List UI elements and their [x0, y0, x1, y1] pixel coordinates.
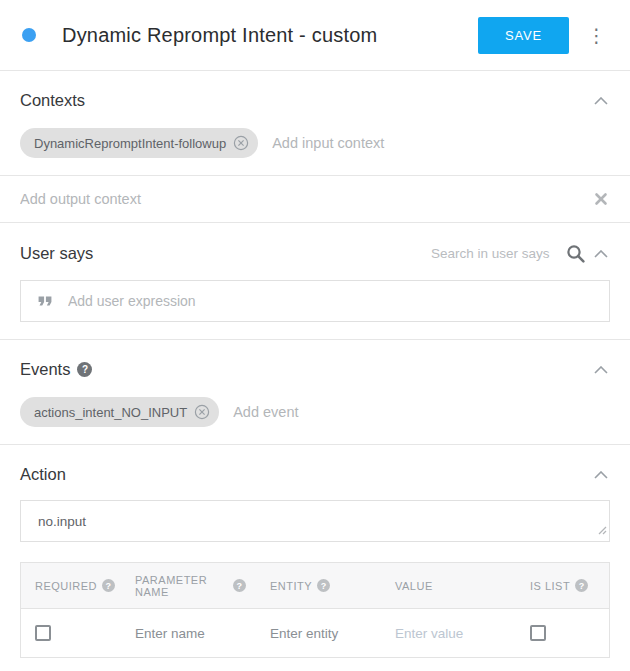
- quote-icon: [34, 290, 56, 312]
- help-icon[interactable]: ?: [317, 579, 330, 592]
- save-button[interactable]: SAVE: [478, 17, 569, 54]
- header: Dynamic Reprompt Intent - custom SAVE ⋮: [0, 0, 630, 70]
- remove-context-icon[interactable]: [233, 135, 249, 151]
- resize-handle-icon[interactable]: [597, 521, 607, 539]
- event-chip[interactable]: actions_intent_NO_INPUT: [20, 397, 219, 427]
- add-input-context-field[interactable]: [272, 135, 462, 151]
- events-section-header: Events ?: [20, 360, 610, 379]
- col-header-parameter-name: PARAMETER NAME: [135, 574, 228, 598]
- parameters-table: REQUIRED ? PARAMETER NAME ? ENTITY ? VAL…: [20, 562, 610, 658]
- divider: [0, 444, 630, 445]
- chevron-up-icon[interactable]: [592, 362, 610, 378]
- parameter-entity-input[interactable]: [270, 626, 371, 641]
- search-icon[interactable]: [565, 243, 586, 264]
- user-says-section-header: User says: [20, 243, 610, 264]
- required-checkbox[interactable]: [35, 625, 51, 641]
- user-says-search: [431, 243, 610, 264]
- action-input-box[interactable]: [20, 500, 610, 542]
- parameter-row: [21, 609, 609, 657]
- help-icon[interactable]: ?: [575, 579, 588, 592]
- remove-event-icon[interactable]: [194, 404, 210, 420]
- action-name-input[interactable]: [38, 514, 596, 529]
- intent-dot-icon: [22, 28, 36, 42]
- page-title: Dynamic Reprompt Intent - custom: [62, 24, 478, 47]
- is-list-checkbox[interactable]: [530, 625, 546, 641]
- contexts-section-header: Contexts: [20, 91, 610, 110]
- divider: [0, 339, 630, 340]
- divider: [0, 70, 630, 71]
- help-icon[interactable]: ?: [233, 579, 246, 592]
- user-says-heading: User says: [20, 244, 93, 263]
- input-context-chip[interactable]: DynamicRepromptIntent-followup: [20, 128, 258, 158]
- input-contexts-row: DynamicRepromptIntent-followup: [20, 128, 610, 158]
- col-header-entity: ENTITY: [270, 580, 312, 592]
- parameter-name-input[interactable]: [135, 626, 246, 641]
- action-section-header: Action: [20, 465, 610, 484]
- parameters-table-header: REQUIRED ? PARAMETER NAME ? ENTITY ? VAL…: [21, 563, 609, 609]
- col-header-value: VALUE: [395, 580, 433, 592]
- input-context-chip-label: DynamicRepromptIntent-followup: [34, 136, 226, 151]
- search-user-says-input[interactable]: [431, 246, 559, 261]
- parameter-value-input[interactable]: [395, 626, 506, 641]
- event-chip-label: actions_intent_NO_INPUT: [34, 405, 187, 420]
- clear-contexts-icon[interactable]: [592, 190, 610, 208]
- overflow-menu-icon[interactable]: ⋮: [581, 22, 612, 49]
- output-contexts-row: [20, 176, 610, 222]
- add-event-field[interactable]: [233, 404, 423, 420]
- chevron-up-icon[interactable]: [592, 467, 610, 483]
- col-header-is-list: IS LIST: [530, 580, 570, 592]
- col-header-required: REQUIRED: [35, 580, 97, 592]
- add-output-context-field[interactable]: [20, 191, 210, 207]
- action-heading: Action: [20, 465, 66, 484]
- help-icon[interactable]: ?: [77, 362, 92, 377]
- divider: [0, 222, 630, 223]
- help-icon[interactable]: ?: [102, 579, 115, 592]
- events-heading: Events: [20, 360, 70, 379]
- chevron-up-icon[interactable]: [592, 246, 610, 262]
- chevron-up-icon[interactable]: [592, 93, 610, 109]
- contexts-heading: Contexts: [20, 91, 85, 110]
- events-row: actions_intent_NO_INPUT: [20, 397, 610, 427]
- user-expression-box[interactable]: [20, 280, 610, 322]
- add-user-expression-input[interactable]: [68, 293, 596, 309]
